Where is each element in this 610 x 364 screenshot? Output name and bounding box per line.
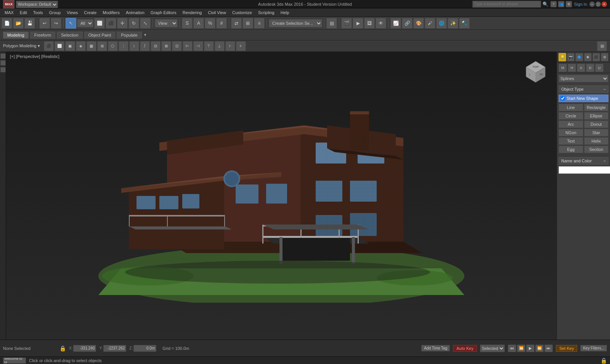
snap-toggle[interactable]: S — [182, 18, 193, 29]
select-btn[interactable]: ↖ — [66, 18, 76, 29]
panel-icon-disp[interactable]: D — [586, 64, 594, 72]
menu-max[interactable]: MAX — [2, 10, 17, 16]
polygon-modeling-label[interactable]: Polygon Modeling ▾ — [3, 43, 40, 48]
panel-icon-util[interactable]: U — [595, 64, 604, 72]
poly-icon-13[interactable]: ⊡ — [172, 41, 182, 51]
extra-tabs-btn[interactable]: ▾ — [144, 32, 146, 37]
add-time-tag-btn[interactable]: Add Time Tag — [421, 345, 450, 351]
next-frame-btn[interactable]: ⏩ — [535, 345, 544, 352]
panel-icon-hier[interactable]: H — [568, 64, 576, 72]
btn-section[interactable]: Section — [584, 146, 609, 153]
poly-icon-11[interactable]: ⊟ — [151, 41, 161, 51]
open-btn[interactable]: 📂 — [13, 18, 24, 29]
btn-donut[interactable]: Donut — [584, 120, 609, 128]
prev-frame-btn[interactable]: ⏪ — [517, 345, 525, 352]
btn-star[interactable]: Star — [584, 129, 609, 136]
selection-filter[interactable]: All — [77, 19, 93, 27]
view-mode-select[interactable]: View — [155, 19, 178, 27]
btn-rectangle[interactable]: Rectangle — [584, 104, 609, 111]
poly-icon-17[interactable]: ⊥ — [215, 41, 225, 51]
menu-scripting[interactable]: Scripting — [255, 10, 278, 16]
schematic-btn[interactable]: 🔗 — [402, 18, 413, 29]
selected-dropdown[interactable]: Selected — [480, 345, 505, 352]
panel-light-icon[interactable]: 💡 — [559, 53, 566, 61]
menu-help[interactable]: Help — [278, 10, 292, 16]
redo-btn[interactable]: ↪ — [51, 18, 61, 29]
start-new-shape-btn[interactable]: Start New Shape — [559, 95, 608, 102]
settings-icon[interactable]: ⚙ — [566, 1, 572, 7]
sign-in-btn[interactable]: Sign In — [574, 2, 587, 6]
menu-modifiers[interactable]: Modifiers — [100, 10, 123, 16]
texture-btn[interactable]: 🖋 — [425, 18, 435, 29]
render-setup-btn[interactable]: 🎬 — [341, 18, 352, 29]
search-input[interactable] — [472, 1, 541, 8]
poly-icon-19[interactable]: ⊧ — [236, 41, 246, 51]
poly-icon-7[interactable]: ⬡ — [108, 41, 118, 51]
menu-graph-editors[interactable]: Graph Editors — [148, 10, 180, 16]
snap-angle[interactable]: A — [193, 18, 204, 29]
poly-icon-16[interactable]: ⊤ — [204, 41, 214, 51]
bottom-lock-icon[interactable]: 🔒 — [600, 358, 607, 364]
panel-system-icon[interactable]: ⚙ — [601, 53, 608, 61]
mirror-btn[interactable]: ⇄ — [231, 18, 242, 29]
splines-dropdown[interactable]: Splines — [559, 75, 608, 82]
poly-icon-4[interactable]: ◈ — [76, 41, 86, 51]
array-btn[interactable]: ⊞ — [242, 18, 253, 29]
menu-edit[interactable]: Edit — [17, 10, 30, 16]
menu-create[interactable]: Create — [81, 10, 100, 16]
curve-editor-btn[interactable]: 📈 — [390, 18, 401, 29]
undo-btn[interactable]: ↩ — [39, 18, 50, 29]
tab-modeling[interactable]: Modeling — [3, 32, 29, 38]
panel-camera-icon[interactable]: 📷 — [567, 53, 575, 61]
menu-tools[interactable]: Tools — [30, 10, 46, 16]
go-start-btn[interactable]: ⏮ — [508, 345, 516, 352]
rotate-btn[interactable]: ↻ — [128, 18, 139, 29]
btn-text[interactable]: Text — [559, 137, 583, 145]
named-sets-btn[interactable]: ▤ — [326, 18, 337, 29]
menu-rendering[interactable]: Rendering — [180, 10, 205, 16]
left-btn-2[interactable] — [0, 60, 6, 66]
btn-arc[interactable]: Arc — [559, 120, 583, 128]
name-color-header[interactable]: Name and Color − — [559, 157, 608, 165]
render-frame-btn[interactable]: 🖼 — [364, 18, 375, 29]
btn-egg[interactable]: Egg — [559, 146, 583, 153]
left-btn-1[interactable] — [0, 53, 6, 59]
render-btn[interactable]: ▶ — [353, 18, 363, 29]
viewport-main[interactable]: [+] [Perspective] [Realistic] — [6, 52, 557, 340]
scale-btn[interactable]: ⤡ — [140, 18, 151, 29]
panel-space-icon[interactable]: ⬛ — [592, 53, 600, 61]
poly-icon-18[interactable]: ⊦ — [225, 41, 235, 51]
render-explore-btn[interactable]: 🔦 — [459, 18, 470, 29]
tab-freeform[interactable]: Freeform — [30, 32, 56, 38]
poly-icon-15[interactable]: ⊣ — [193, 41, 203, 51]
maximize-btn[interactable]: □ — [596, 2, 601, 7]
object-type-header[interactable]: Object Type − — [559, 85, 608, 93]
select-region-btn[interactable]: ⬜ — [94, 18, 105, 29]
menu-animation[interactable]: Animation — [123, 10, 148, 16]
menu-customize[interactable]: Customize — [229, 10, 255, 16]
menu-group[interactable]: Group — [46, 10, 64, 16]
btn-circle[interactable]: Circle — [559, 112, 583, 120]
nav-cube[interactable]: TOP FR L — [522, 59, 549, 87]
save-btn[interactable]: 💾 — [24, 18, 35, 29]
poly-icon-9[interactable]: ↕ — [129, 41, 139, 51]
z-input[interactable] — [133, 345, 156, 352]
menu-civil-view[interactable]: Civil View — [205, 10, 229, 16]
poly-icon-2[interactable]: ⬜ — [55, 41, 64, 51]
window-crossing-btn[interactable]: ⬛ — [106, 18, 116, 29]
menu-views[interactable]: Views — [64, 10, 81, 16]
y-input[interactable] — [103, 345, 126, 352]
community-icon[interactable]: 👥 — [558, 1, 564, 7]
poly-icon-14[interactable]: ⊢ — [183, 41, 193, 51]
poly-icon-12[interactable]: ⊠ — [161, 41, 171, 51]
selection-set-dropdown[interactable]: Create Selection Se... — [269, 19, 322, 27]
left-btn-3[interactable] — [0, 67, 6, 72]
select-move-btn[interactable]: ✛ — [117, 18, 128, 29]
panel-geo-icon[interactable]: 🔷 — [575, 53, 583, 61]
panel-icon-mod[interactable]: M — [559, 64, 567, 72]
panel-icon-anim[interactable]: A — [577, 64, 585, 72]
effects-btn[interactable]: ✨ — [448, 18, 458, 29]
align-btn[interactable]: ≡ — [254, 18, 265, 29]
max-logo[interactable]: MAX — [3, 0, 14, 8]
render-preview-btn[interactable]: 👁 — [376, 18, 386, 29]
